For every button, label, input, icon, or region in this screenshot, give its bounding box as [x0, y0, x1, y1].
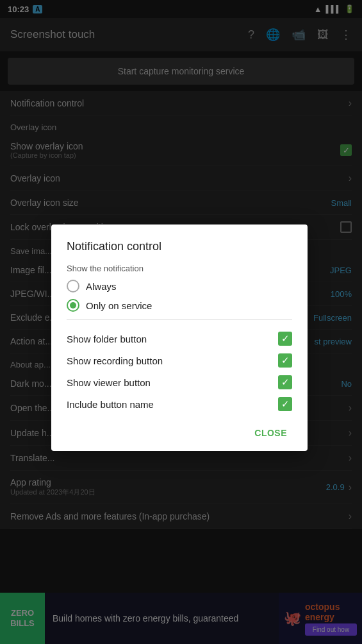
dialog-actions: CLOSE — [67, 425, 292, 441]
show-recording-label: Show recording button — [67, 355, 163, 366]
show-notification-label: Show the notification — [67, 264, 292, 273]
radio-inner-dot — [70, 302, 76, 309]
show-folder-button-row[interactable]: Show folder button ✓ — [67, 328, 292, 350]
only-on-service-option-row[interactable]: Only on service — [67, 299, 292, 312]
show-viewer-label: Show viewer button — [67, 377, 151, 388]
show-folder-label: Show folder button — [67, 334, 147, 344]
include-button-name-label: Include button name — [67, 399, 154, 410]
notification-control-dialog: Notification control Show the notificati… — [51, 225, 308, 451]
show-viewer-button-row[interactable]: Show viewer button ✓ — [67, 371, 292, 393]
show-recording-button-row[interactable]: Show recording button ✓ — [67, 350, 292, 371]
show-recording-checkbox[interactable]: ✓ — [278, 353, 292, 368]
dialog-divider — [67, 319, 292, 320]
only-on-service-radio[interactable] — [67, 299, 79, 312]
show-folder-checkbox[interactable]: ✓ — [278, 332, 292, 346]
always-option-row[interactable]: Always — [67, 280, 292, 292]
always-label: Always — [86, 281, 117, 292]
include-button-name-row[interactable]: Include button name ✓ — [67, 393, 292, 415]
include-button-name-checkbox[interactable]: ✓ — [278, 397, 292, 411]
always-radio[interactable] — [67, 280, 79, 292]
dialog-close-button[interactable]: CLOSE — [249, 425, 292, 441]
only-on-service-label: Only on service — [86, 300, 152, 311]
dialog-title: Notification control — [67, 240, 292, 253]
show-viewer-checkbox[interactable]: ✓ — [278, 375, 292, 389]
